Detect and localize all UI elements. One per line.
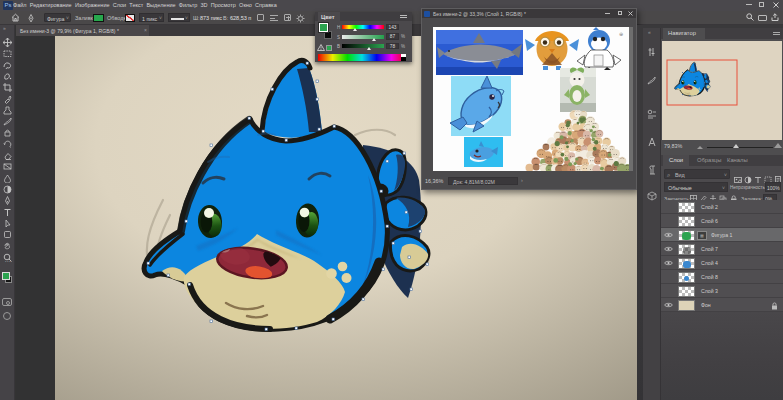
svg-text:⊕: ⊕ [619, 31, 623, 37]
